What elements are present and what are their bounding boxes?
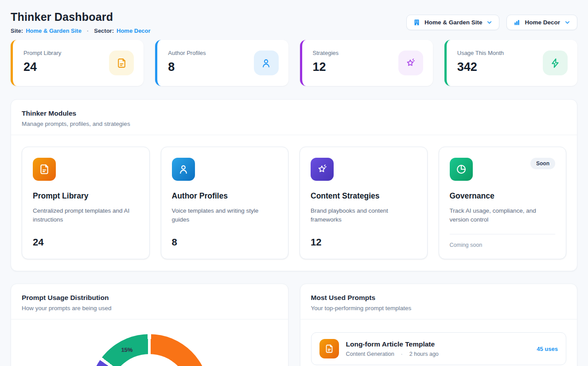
prompts-list: Long-form Article Template Content Gener… bbox=[300, 319, 577, 366]
module-count: 12 bbox=[311, 237, 417, 248]
stat-label: Usage This Month bbox=[457, 50, 504, 56]
site-link[interactable]: Home & Garden Site bbox=[26, 27, 82, 34]
stat-card-author-profiles: Author Profiles 8 bbox=[155, 40, 288, 86]
header-left: Thinker Dashboard Site: Home & Garden Si… bbox=[11, 11, 151, 34]
user-icon bbox=[172, 158, 195, 181]
stat-text: Author Profiles 8 bbox=[168, 50, 206, 74]
prompt-uses-badge: 45 uses bbox=[537, 346, 558, 352]
bottom-row: Prompt Usage Distribution How your promp… bbox=[11, 284, 577, 366]
stat-value: 24 bbox=[23, 60, 61, 74]
module-description: Brand playbooks and content frameworks bbox=[311, 206, 417, 224]
thinker-modules-panel: Thinker Modules Manage prompts, profiles… bbox=[11, 99, 577, 271]
module-description: Centralized prompt templates and AI inst… bbox=[33, 206, 139, 224]
stat-value: 12 bbox=[313, 60, 339, 74]
page-header: Thinker Dashboard Site: Home & Garden Si… bbox=[11, 11, 577, 34]
file-text-icon bbox=[109, 51, 134, 75]
stat-text: Strategies 12 bbox=[313, 50, 339, 74]
usage-card-title: Prompt Usage Distribution bbox=[22, 294, 277, 302]
coming-soon-text: Coming soon bbox=[450, 242, 556, 248]
donut-chart: 15% bbox=[90, 334, 209, 366]
page-title: Thinker Dashboard bbox=[11, 11, 151, 23]
module-footer: Coming soon bbox=[450, 234, 556, 248]
prompt-meta: Content Generation · 2 hours ago bbox=[346, 351, 530, 357]
modules-panel-subtitle: Manage prompts, profiles, and strategies bbox=[22, 121, 566, 127]
file-text-icon bbox=[33, 158, 56, 181]
module-title: Author Profiles bbox=[172, 191, 278, 201]
donut-slice-label: 15% bbox=[121, 347, 132, 353]
file-text-icon bbox=[319, 339, 339, 358]
module-card-prompt-library[interactable]: Prompt Library Centralized prompt templa… bbox=[22, 147, 150, 259]
sector-link[interactable]: Home Decor bbox=[117, 27, 151, 34]
bar-chart-icon bbox=[513, 19, 521, 26]
module-card-author-profiles[interactable]: Author Profiles Voice templates and writ… bbox=[161, 147, 289, 259]
module-count: 24 bbox=[33, 237, 139, 248]
module-card-governance[interactable]: Soon Governance Track AI usage, complian… bbox=[439, 147, 567, 259]
star-sparkle-icon bbox=[398, 51, 423, 75]
module-card-content-strategies[interactable]: Content Strategies Brand playbooks and c… bbox=[300, 147, 428, 259]
module-title: Governance bbox=[450, 191, 556, 201]
breadcrumb-dot: · bbox=[87, 27, 89, 34]
pie-chart-icon bbox=[450, 158, 473, 181]
module-description: Track AI usage, compliance, and version … bbox=[450, 206, 556, 224]
dashboard-page: Thinker Dashboard Site: Home & Garden Si… bbox=[0, 0, 588, 366]
prompt-title: Long-form Article Template bbox=[346, 340, 530, 348]
donut-chart-area: 15% bbox=[11, 334, 288, 366]
zap-icon bbox=[543, 51, 568, 75]
header-selectors: Home & Garden Site Home Decor bbox=[406, 15, 577, 30]
meta-dot: · bbox=[401, 351, 403, 357]
modules-panel-header: Thinker Modules Manage prompts, profiles… bbox=[11, 100, 577, 135]
building-icon bbox=[413, 19, 421, 26]
soon-badge: Soon bbox=[530, 158, 555, 169]
sector-selector-dropdown[interactable]: Home Decor bbox=[506, 15, 577, 30]
module-count: 8 bbox=[172, 237, 278, 248]
module-title: Prompt Library bbox=[33, 191, 139, 201]
stat-label: Strategies bbox=[313, 50, 339, 56]
site-label: Site: bbox=[11, 27, 23, 34]
breadcrumb: Site: Home & Garden Site · Sector: Home … bbox=[11, 27, 151, 34]
usage-card-header: Prompt Usage Distribution How your promp… bbox=[11, 284, 288, 319]
module-description: Voice templates and writing style guides bbox=[172, 206, 278, 224]
stat-value: 342 bbox=[457, 60, 504, 74]
stats-row: Prompt Library 24 Author Profiles 8 Stra… bbox=[11, 40, 577, 86]
user-icon bbox=[254, 51, 279, 75]
sector-label: Sector: bbox=[94, 27, 114, 34]
prompt-category: Content Generation bbox=[346, 351, 394, 357]
prompt-usage-card: Prompt Usage Distribution How your promp… bbox=[11, 284, 288, 366]
stat-card-usage: Usage This Month 342 bbox=[444, 40, 577, 86]
module-title: Content Strategies bbox=[311, 191, 417, 201]
donut-hole bbox=[109, 354, 189, 366]
chevron-down-icon bbox=[564, 19, 571, 26]
divider bbox=[450, 234, 556, 234]
prompt-time: 2 hours ago bbox=[409, 351, 439, 357]
stat-card-prompt-library: Prompt Library 24 bbox=[11, 40, 144, 86]
modules-panel-title: Thinker Modules bbox=[22, 109, 566, 117]
stat-label: Author Profiles bbox=[168, 50, 206, 56]
stat-card-strategies: Strategies 12 bbox=[300, 40, 433, 86]
site-selector-label: Home & Garden Site bbox=[424, 19, 483, 26]
stat-text: Prompt Library 24 bbox=[23, 50, 61, 74]
stat-value: 8 bbox=[168, 60, 206, 74]
prompts-card-title: Most Used Prompts bbox=[311, 294, 567, 302]
most-used-prompts-card: Most Used Prompts Your top-performing pr… bbox=[300, 284, 578, 366]
star-sparkle-icon bbox=[311, 158, 334, 181]
sector-selector-label: Home Decor bbox=[525, 19, 560, 26]
modules-grid: Prompt Library Centralized prompt templa… bbox=[11, 135, 577, 271]
chevron-down-icon bbox=[486, 19, 493, 26]
prompts-card-subtitle: Your top-performing prompt templates bbox=[311, 305, 567, 311]
stat-text: Usage This Month 342 bbox=[457, 50, 504, 74]
prompt-list-item[interactable]: Long-form Article Template Content Gener… bbox=[311, 332, 567, 365]
prompts-card-header: Most Used Prompts Your top-performing pr… bbox=[300, 284, 577, 319]
prompt-info: Long-form Article Template Content Gener… bbox=[346, 340, 530, 357]
stat-label: Prompt Library bbox=[23, 50, 61, 56]
usage-card-subtitle: How your prompts are being used bbox=[22, 305, 277, 311]
site-selector-dropdown[interactable]: Home & Garden Site bbox=[406, 15, 500, 30]
